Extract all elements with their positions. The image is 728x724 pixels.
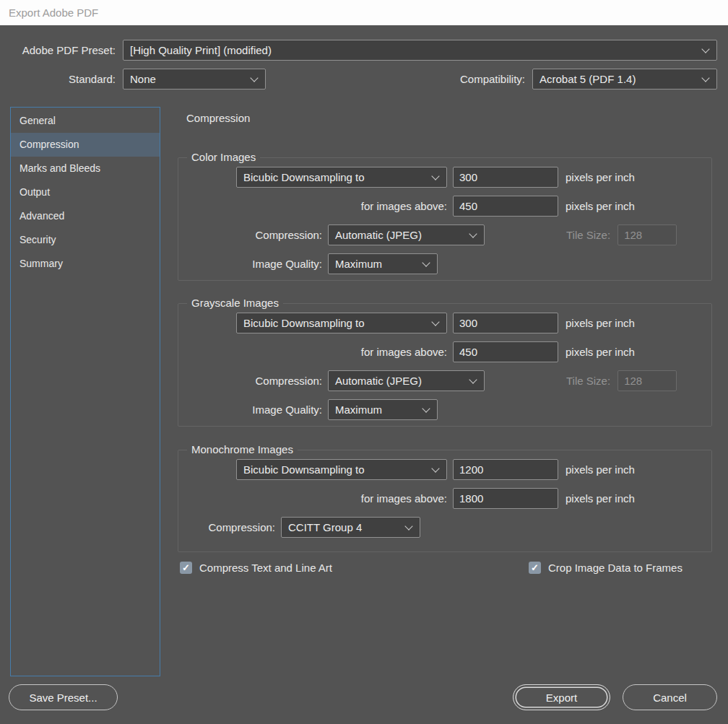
gray-quality-row: Image Quality: Maximum <box>178 399 711 420</box>
gray-threshold-input[interactable] <box>453 341 558 362</box>
chevron-down-icon <box>422 404 430 412</box>
color-above-label: for images above: <box>178 200 447 212</box>
gray-tile-size-label: Tile Size: <box>566 375 610 387</box>
chevron-down-icon <box>431 172 439 180</box>
standard-label: Standard: <box>0 73 123 85</box>
gray-downsample-select[interactable]: Bicubic Downsampling to <box>236 313 447 333</box>
mono-downsample-row: Bicubic Downsampling to pixels per inch <box>178 459 711 480</box>
color-image-quality-value: Maximum <box>335 258 382 270</box>
panel-title: Compression <box>186 112 250 124</box>
mono-compression-value: CCITT Group 4 <box>288 521 362 533</box>
crop-image-data-checkbox[interactable]: ✓ <box>529 562 541 574</box>
gray-image-quality-value: Maximum <box>335 404 382 416</box>
preset-value: [High Quality Print] (modified) <box>130 44 272 56</box>
gray-downsample-value: Bicubic Downsampling to <box>243 317 365 329</box>
preset-row: Adobe PDF Preset: [High Quality Print] (… <box>0 40 717 61</box>
gray-compression-select[interactable]: Automatic (JPEG) <box>328 370 485 391</box>
mono-ppi-label-2: pixels per inch <box>566 492 635 505</box>
chevron-down-icon <box>431 318 439 326</box>
compatibility-label: Compatibility: <box>460 73 532 85</box>
mono-ppi-label: pixels per inch <box>566 463 635 476</box>
checkmark-icon: ✓ <box>531 562 539 573</box>
mono-compression-label: Compression: <box>178 521 275 533</box>
gray-compression-value: Automatic (JPEG) <box>335 375 422 387</box>
sidebar-item-output[interactable]: Output <box>11 180 160 204</box>
sections-list: General Compression Marks and Bleeds Out… <box>10 107 160 676</box>
sidebar-item-compression[interactable]: Compression <box>11 133 160 157</box>
gray-image-quality-select[interactable]: Maximum <box>328 399 438 420</box>
sidebar-item-marks-and-bleeds[interactable]: Marks and Bleeds <box>11 157 160 180</box>
monochrome-images-group: Monochrome Images Bicubic Downsampling t… <box>178 450 712 552</box>
gray-ppi-label: pixels per inch <box>566 317 635 329</box>
chevron-down-icon <box>422 258 430 266</box>
mono-downsample-value: Bicubic Downsampling to <box>243 463 365 476</box>
window-title: Export Adobe PDF <box>9 6 98 19</box>
compatibility-select[interactable]: Acrobat 5 (PDF 1.4) <box>532 69 717 90</box>
crop-image-data-checkbox-label: Crop Image Data to Frames <box>548 562 682 574</box>
compress-text-checkbox-label: Compress Text and Line Art <box>199 562 332 574</box>
standard-value: None <box>130 73 156 85</box>
color-downsample-select[interactable]: Bicubic Downsampling to <box>236 167 447 188</box>
color-compression-label: Compression: <box>178 229 322 241</box>
preset-label: Adobe PDF Preset: <box>0 44 123 56</box>
crop-image-data-checkbox-row[interactable]: ✓ Crop Image Data to Frames <box>529 562 682 574</box>
mono-compression-row: Compression: CCITT Group 4 <box>178 517 711 538</box>
color-compression-value: Automatic (JPEG) <box>335 229 422 241</box>
sidebar-item-general[interactable]: General <box>11 109 160 133</box>
gray-image-quality-label: Image Quality: <box>178 404 322 416</box>
mono-compression-select[interactable]: CCITT Group 4 <box>281 517 420 538</box>
color-ppi-label-2: pixels per inch <box>566 200 635 212</box>
chevron-down-icon <box>250 74 258 82</box>
export-button[interactable]: Export <box>513 684 610 710</box>
gray-downsample-row: Bicubic Downsampling to pixels per inch <box>178 313 711 333</box>
save-preset-button[interactable]: Save Preset... <box>9 684 118 710</box>
monochrome-images-group-title: Monochrome Images <box>187 443 298 455</box>
color-image-quality-select[interactable]: Maximum <box>328 253 438 274</box>
color-threshold-input[interactable] <box>453 196 558 217</box>
chevron-down-icon <box>701 45 709 53</box>
color-image-quality-label: Image Quality: <box>178 258 322 270</box>
standard-select[interactable]: None <box>123 69 266 90</box>
gray-above-row: for images above: pixels per inch <box>178 341 711 362</box>
grayscale-images-group-title: Grayscale Images <box>187 297 283 309</box>
mono-above-row: for images above: pixels per inch <box>178 488 711 509</box>
checkmark-icon: ✓ <box>182 562 190 573</box>
color-downsample-value: Bicubic Downsampling to <box>243 171 365 183</box>
chevron-down-icon <box>404 522 412 530</box>
mono-resolution-input[interactable] <box>453 459 558 480</box>
chevron-down-icon <box>469 375 477 383</box>
color-compression-select[interactable]: Automatic (JPEG) <box>328 224 485 245</box>
mono-threshold-input[interactable] <box>453 488 558 509</box>
color-resolution-input[interactable] <box>453 167 558 188</box>
cancel-button[interactable]: Cancel <box>623 684 717 710</box>
grayscale-images-group: Grayscale Images Bicubic Downsampling to… <box>178 303 712 427</box>
sidebar-item-security[interactable]: Security <box>11 228 160 252</box>
preset-select[interactable]: [High Quality Print] (modified) <box>123 40 717 61</box>
compress-text-checkbox-row[interactable]: ✓ Compress Text and Line Art <box>180 562 332 574</box>
color-images-group-title: Color Images <box>187 151 260 163</box>
standard-compatibility-row: Standard: None Compatibility: Acrobat 5 … <box>0 69 717 90</box>
color-tile-size-label: Tile Size: <box>566 229 610 241</box>
compress-text-checkbox[interactable]: ✓ <box>180 562 192 574</box>
gray-resolution-input[interactable] <box>453 313 558 333</box>
chevron-down-icon <box>431 464 439 472</box>
chevron-down-icon <box>701 74 709 82</box>
gray-ppi-label-2: pixels per inch <box>566 346 635 358</box>
mono-above-label: for images above: <box>178 492 447 505</box>
color-above-row: for images above: pixels per inch <box>178 196 711 217</box>
standard-group: Standard: None <box>0 69 266 90</box>
color-images-group: Color Images Bicubic Downsampling to pix… <box>178 157 712 281</box>
compatibility-value: Acrobat 5 (PDF 1.4) <box>540 73 636 85</box>
gray-compression-label: Compression: <box>178 375 322 387</box>
titlebar: Export Adobe PDF <box>0 0 728 25</box>
color-compression-row: Compression: Automatic (JPEG) Tile Size: <box>178 224 711 245</box>
sidebar-item-advanced[interactable]: Advanced <box>11 204 160 228</box>
gray-compression-row: Compression: Automatic (JPEG) Tile Size: <box>178 370 711 391</box>
color-downsample-row: Bicubic Downsampling to pixels per inch <box>178 167 711 188</box>
color-tile-size-input <box>618 224 677 245</box>
mono-downsample-select[interactable]: Bicubic Downsampling to <box>236 459 447 480</box>
color-ppi-label: pixels per inch <box>566 171 635 183</box>
sidebar-item-summary[interactable]: Summary <box>11 252 160 276</box>
gray-tile-size-input <box>618 370 677 391</box>
color-quality-row: Image Quality: Maximum <box>178 253 711 274</box>
